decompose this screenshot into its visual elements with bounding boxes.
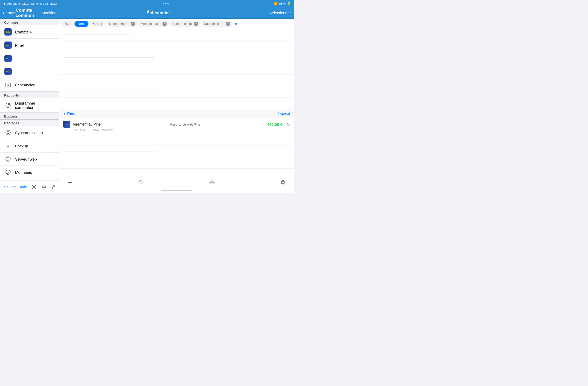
- settings-button[interactable]: [209, 180, 215, 185]
- transaction-row[interactable]: LCL Virement au Pinel Assurance prêt Pin…: [59, 118, 294, 134]
- filter-tab-credit[interactable]: Crédit: [90, 21, 105, 27]
- chevron-echeancier: ›: [53, 83, 54, 87]
- sidebar-item-monnaies[interactable]: $ Monnaies ›: [0, 166, 59, 179]
- svg-point-20: [282, 182, 283, 182]
- wifi-icon: 📶: [274, 2, 278, 5]
- sauver-button[interactable]: Sauver: [2, 184, 18, 190]
- clear-date-debut[interactable]: ✕: [194, 22, 198, 26]
- account-title: Compte commun: [16, 8, 42, 18]
- group-title: Pinel: [67, 111, 77, 116]
- transaction-meta: 02/02/2022 1 mois Virement: [63, 128, 290, 132]
- chevron-account3: ›: [53, 56, 54, 60]
- modifier-button[interactable]: Modifier: [42, 11, 56, 15]
- backup-label: Backup: [15, 144, 53, 148]
- back-arrow: ◀: [3, 2, 5, 5]
- sidebar-item-account3[interactable]: LCL ›: [0, 52, 59, 65]
- chevron-serveur: ›: [53, 157, 54, 161]
- empty-row-6: [59, 86, 294, 98]
- filter-date-debut[interactable]: ✕: [170, 21, 200, 27]
- pinel-group-header[interactable]: ▼ Pinel 4 operat: [59, 109, 294, 118]
- date-debut-input[interactable]: [172, 22, 193, 26]
- print-sidebar-button[interactable]: [39, 183, 49, 191]
- serveur-label: Serveur web: [15, 157, 53, 161]
- header-center: Échéancier: [59, 10, 258, 16]
- status-time: 16:19: [22, 2, 29, 5]
- diagramme-label: Diagramme camembert: [15, 101, 53, 110]
- transaction-description: Assurance prêt Pinel: [170, 122, 264, 126]
- lcl-icon-compte-f: LCL: [4, 28, 12, 36]
- chevron-monnaies: ›: [53, 170, 54, 174]
- status-bar: ◀ App Store 16:19 Dimanche 16 janvier 📶 …: [0, 0, 294, 7]
- montant-max-input[interactable]: [141, 22, 161, 26]
- sidebar-item-echeancier[interactable]: Échéancier ›: [0, 78, 59, 92]
- pie-chart-icon: [4, 101, 12, 109]
- transaction-bank-icon: LCL: [63, 121, 70, 128]
- sidebar-item-sync[interactable]: Synchronisation ›: [0, 126, 59, 139]
- empty-row-9: [59, 146, 294, 157]
- main-title: Échéancier: [147, 10, 170, 16]
- transaction-amount: 450,00 €: [267, 122, 282, 127]
- filter-tab-tr[interactable]: Tr...: [61, 21, 73, 27]
- sidebar: Comptes LCL Compte F LCL Pinel LCL ›: [0, 19, 59, 193]
- filter-montant-min[interactable]: ✕: [107, 21, 137, 27]
- transaction-top: LCL Virement au Pinel Assurance prêt Pin…: [63, 121, 290, 128]
- echeancier-label: Échéancier: [15, 83, 53, 87]
- clear-montant-max[interactable]: ✕: [162, 22, 167, 26]
- main-layout: Comptes LCL Compte F LCL Pinel LCL ›: [0, 19, 294, 193]
- status-date: Dimanche 16 janvier: [31, 2, 57, 5]
- clear-montant-min[interactable]: ✕: [131, 22, 135, 26]
- sidebar-item-diagramme[interactable]: Diagramme camembert ›: [0, 98, 59, 113]
- sidebar-item-pinel[interactable]: LCL Pinel: [0, 39, 59, 52]
- empty-row-8: [59, 134, 294, 146]
- sync-icon: [4, 129, 12, 136]
- filter-date-fin[interactable]: ✕: [202, 21, 232, 27]
- sync-label: Synchronisation: [15, 130, 53, 135]
- filter-more-button[interactable]: »: [234, 21, 238, 26]
- transaction-name: Virement au Pinel: [73, 122, 167, 126]
- status-right: 📶 95 % 🔋: [274, 2, 291, 5]
- sidebar-item-account4[interactable]: LCL: [0, 65, 59, 78]
- diamond-button[interactable]: [138, 180, 144, 185]
- section-reglages: Réglages: [0, 119, 59, 126]
- section-budgets: Budgets: [0, 113, 59, 119]
- filter-bar: Tr... Débit Crédit ✕ ✕ ✕ ✕: [59, 19, 294, 29]
- sidebar-item-backup[interactable]: Backup ›: [0, 139, 59, 153]
- svg-point-11: [6, 170, 10, 175]
- header: Fermer Compte commun Modifier Échéancier…: [0, 7, 294, 19]
- empty-row-4: [59, 63, 294, 75]
- print-button[interactable]: [280, 180, 286, 185]
- filter-montant-max[interactable]: ✕: [139, 21, 169, 27]
- filter-tab-debit[interactable]: Débit: [74, 21, 88, 27]
- lcl-icon-3: LCL: [4, 54, 12, 62]
- montant-min-input[interactable]: [109, 22, 130, 26]
- transaction-date: 02/02/2022: [73, 128, 87, 132]
- battery-icon: 🔋: [287, 2, 291, 5]
- app-store-label: App Store: [7, 2, 20, 5]
- compte-f-label: Compte F: [15, 30, 54, 34]
- selectionner-button[interactable]: Sélectionner: [269, 11, 291, 15]
- chevron-sync: ›: [53, 130, 54, 135]
- empty-row-2: [59, 40, 294, 52]
- date-fin-input[interactable]: [204, 22, 225, 26]
- svg-rect-4: [7, 85, 8, 86]
- sidebar-item-serveur[interactable]: Serveur web ›: [0, 153, 59, 166]
- content-bottom-toolbar: [59, 176, 294, 188]
- clear-date-fin[interactable]: ✕: [226, 22, 230, 26]
- sidebar-bottom-bar: Sauver Aide: [0, 181, 59, 193]
- web-icon: [4, 155, 12, 163]
- content-area: Tr... Débit Crédit ✕ ✕ ✕ ✕: [59, 19, 294, 193]
- status-center: [163, 3, 169, 4]
- monnaies-label: Monnaies: [15, 170, 53, 175]
- chevron-diagramme: ›: [53, 103, 54, 107]
- lcl-icon-4: LCL: [4, 68, 12, 75]
- svg-text:$: $: [8, 171, 10, 174]
- fermer-button[interactable]: Fermer: [3, 11, 16, 15]
- transaction-period: 1 mois: [90, 128, 99, 132]
- add-button[interactable]: [67, 180, 73, 185]
- lock-button[interactable]: [49, 183, 59, 191]
- sidebar-item-compte-f[interactable]: LCL Compte F: [0, 25, 59, 39]
- aide-button[interactable]: Aide: [18, 184, 29, 190]
- settings-sidebar-button[interactable]: [29, 183, 39, 191]
- svg-point-12: [6, 171, 8, 174]
- status-dot-3: [167, 3, 169, 4]
